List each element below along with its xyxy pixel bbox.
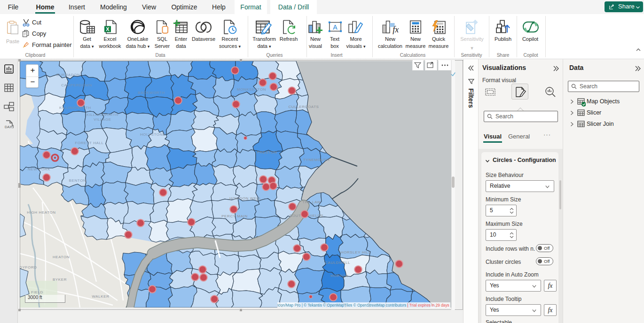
svg-text:DAX: DAX — [5, 125, 12, 129]
svg-text:A: A — [333, 23, 338, 31]
svg-text:X: X — [106, 26, 110, 32]
svg-text:fx: fx — [393, 25, 399, 34]
